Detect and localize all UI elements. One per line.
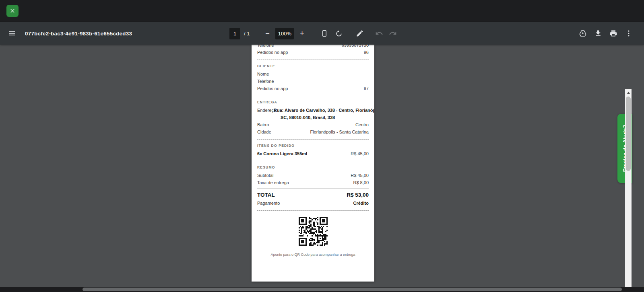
row-value: 96 <box>364 49 369 56</box>
receipt-row: Pedidos no app 96 <box>257 49 369 56</box>
download-button[interactable] <box>592 27 605 40</box>
undo-button[interactable] <box>373 27 386 40</box>
row-value: R$ 45,00 <box>351 172 369 179</box>
receipt-row: Endereço Rua: Alvaro de Carvalho, 338 - … <box>257 107 369 114</box>
rotate-icon <box>335 29 343 37</box>
save-to-drive-button[interactable] <box>576 27 589 40</box>
dashed-divider <box>257 161 369 161</box>
item-name: 6x Corona Ligera 355ml <box>257 150 307 157</box>
dashed-divider <box>257 210 369 211</box>
zoom-in-button[interactable]: + <box>295 27 308 40</box>
row-value: 69995073730 <box>342 45 369 49</box>
dashed-divider <box>257 96 369 96</box>
close-button[interactable] <box>6 5 19 17</box>
payment-row: Pagamento Crédito <box>257 199 369 207</box>
address-line-1: Rua: Alvaro de Carvalho, 338 - Centro, F… <box>274 107 374 114</box>
pdf-viewer-area[interactable]: Telefone 69995073730 Pedidos no app 96 C… <box>0 45 644 287</box>
page-count: / 1 <box>244 31 250 37</box>
row-label: Subtotal <box>257 172 273 179</box>
receipt-row: Cidade Florianópolis - Santa Catarina <box>257 128 369 136</box>
horizontal-scrollbar[interactable] <box>0 287 644 292</box>
total-value: R$ 53,00 <box>347 191 369 199</box>
section-header-entrega: ENTREGA <box>257 99 369 105</box>
qr-code <box>257 217 369 246</box>
total-row: TOTAL R$ 53,00 <box>257 191 369 199</box>
print-button[interactable] <box>607 27 620 40</box>
receipt-row: Bairro Centro <box>257 121 369 128</box>
receipt-document: Telefone 69995073730 Pedidos no app 96 C… <box>252 45 374 257</box>
download-icon <box>594 29 602 37</box>
row-label: Pedidos no app <box>257 85 288 92</box>
dashed-divider <box>257 139 369 140</box>
pdf-toolbar: 077bcfe2-bac3-4e91-983b-61e655cded33 / 1… <box>0 22 644 45</box>
receipt-row: Telefone <box>257 78 369 85</box>
row-label: Cidade <box>257 128 271 136</box>
row-value: Centro <box>355 121 369 128</box>
item-price: R$ 45,00 <box>351 150 369 157</box>
zoom-out-button[interactable]: − <box>261 27 274 40</box>
row-value: 97 <box>364 85 369 92</box>
pen-icon <box>356 29 364 37</box>
row-label: Telefone <box>257 45 274 49</box>
page-number-input[interactable] <box>229 28 240 39</box>
receipt-row: Telefone 69995073730 <box>257 45 369 49</box>
undo-icon <box>375 29 383 37</box>
row-value: Florianópolis - Santa Catarina <box>310 128 369 136</box>
vertical-scrollbar[interactable] <box>625 89 632 287</box>
address-line-2: SC, 88010-040, Brasil, 338 <box>281 114 369 121</box>
fit-page-button[interactable] <box>318 27 331 40</box>
horizontal-scrollbar-thumb[interactable] <box>83 288 622 291</box>
scroll-up-arrow[interactable] <box>625 89 632 96</box>
pdf-page[interactable]: Telefone 69995073730 Pedidos no app 96 C… <box>252 45 374 282</box>
menu-button[interactable] <box>6 27 19 40</box>
toolbar-right-group <box>576 22 635 45</box>
row-label: Pedidos no app <box>257 49 288 56</box>
app-window: 077bcfe2-bac3-4e91-983b-61e655cded33 / 1… <box>0 0 644 292</box>
document-title: 077bcfe2-bac3-4e91-983b-61e655cded33 <box>25 31 132 37</box>
print-icon <box>609 29 617 37</box>
annotate-button[interactable] <box>353 27 366 40</box>
redo-button[interactable] <box>386 27 399 40</box>
row-label: Telefone <box>257 78 274 85</box>
row-label: Nome <box>257 70 269 78</box>
receipt-row: Nome <box>257 70 369 78</box>
receipt-row: Taxa de entrega R$ 8,00 <box>257 179 369 186</box>
vertical-scrollbar-thumb[interactable] <box>626 97 631 171</box>
section-header-resumo: RESUMO <box>257 165 369 170</box>
zoom-level: 100% <box>275 28 294 39</box>
row-label: Bairro <box>257 121 269 128</box>
qr-caption: Aponte para o QR Code para acompanhar a … <box>257 252 369 257</box>
toolbar-left-group: 077bcfe2-bac3-4e91-983b-61e655cded33 <box>6 22 132 45</box>
title-bar <box>0 0 644 22</box>
toolbar-center-group: / 1 − 100% + <box>229 22 399 45</box>
receipt-row: Subtotal R$ 45,00 <box>257 172 369 179</box>
drive-icon <box>579 29 587 37</box>
kebab-menu-icon <box>625 29 633 37</box>
order-item-row: 6x Corona Ligera 355ml R$ 45,00 <box>257 150 369 157</box>
payment-method: Crédito <box>353 199 369 207</box>
more-options-button[interactable] <box>622 27 635 40</box>
total-divider <box>257 189 369 189</box>
section-header-cliente: CLIENTE <box>257 63 369 69</box>
rotate-button[interactable] <box>332 27 345 40</box>
hamburger-icon <box>8 29 16 37</box>
receipt-row: Pedidos no app 97 <box>257 85 369 92</box>
row-label: Pagamento <box>257 199 280 207</box>
close-icon <box>9 8 16 14</box>
total-label: TOTAL <box>257 191 275 199</box>
section-header-itens: ITENS DO PEDIDO <box>257 143 369 148</box>
row-value: R$ 8,00 <box>353 179 369 186</box>
dashed-divider <box>257 60 369 60</box>
fit-page-icon <box>320 29 328 37</box>
redo-icon <box>389 29 397 37</box>
row-label: Taxa de entrega <box>257 179 289 186</box>
